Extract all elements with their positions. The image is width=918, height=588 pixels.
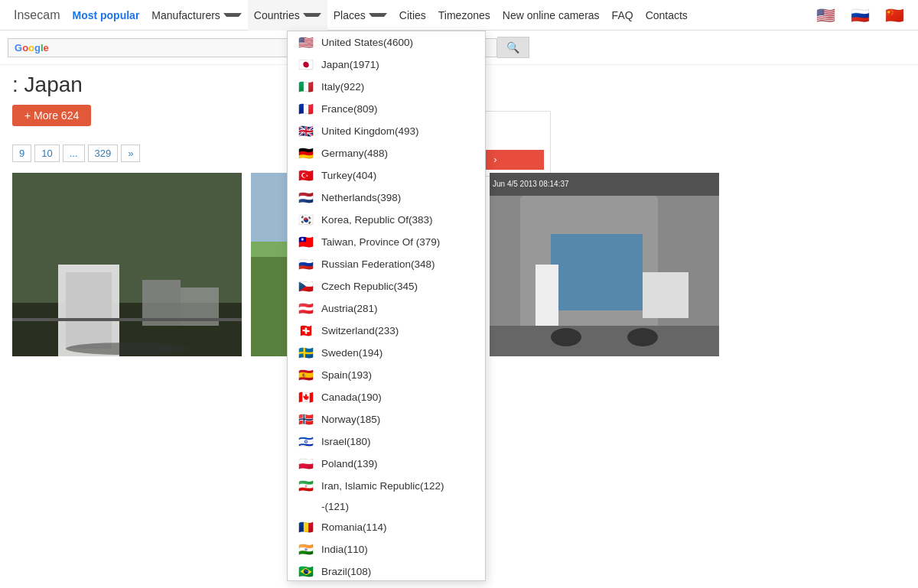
country-label: Taiwan, Province Of (379) (321, 236, 440, 248)
country-item[interactable]: 🇯🇵Japan(1971) (288, 54, 485, 76)
countries-dropdown: 🇺🇸United States(4600)🇯🇵Japan(1971)🇮🇹Ital… (287, 31, 486, 364)
country-item[interactable]: 🇫🇷France(809) (288, 98, 485, 120)
country-item[interactable]: 🇺🇸United States(4600) (288, 31, 485, 54)
country-flag-icon: 🇩🇪 (298, 146, 315, 161)
language-flags: 🇺🇸 🇷🇺 🇨🇳 (810, 0, 910, 31)
nav-cities[interactable]: Cities (393, 0, 432, 31)
svg-rect-17 (536, 265, 558, 326)
country-item[interactable]: 🇹🇷Turkey(404) (288, 164, 485, 187)
navbar: Insecam Most popular Manufacturers Count… (0, 0, 918, 31)
nav-manufacturers[interactable]: Manufacturers (145, 0, 247, 31)
flag-ru[interactable]: 🇷🇺 (845, 0, 876, 31)
svg-rect-6 (12, 318, 242, 321)
nav-brand[interactable]: Insecam (8, 0, 66, 31)
country-label: United States(4600) (321, 37, 413, 48)
country-label: Austria(281) (321, 303, 378, 314)
country-flag-icon: 🇹🇷 (298, 168, 315, 183)
country-flag-icon: 🇫🇷 (298, 102, 315, 116)
nav-faq[interactable]: FAQ (606, 0, 640, 31)
more-button[interactable]: + More 624 (12, 105, 91, 126)
country-flag-icon: 🇸🇪 (298, 346, 315, 360)
camera-thumb-3[interactable]: Jun 4/5 2013 08:14:37 (490, 173, 719, 356)
country-flag-icon: 🇰🇷 (298, 213, 315, 227)
svg-point-21 (627, 328, 658, 346)
country-label: Russian Federation(348) (321, 258, 435, 270)
country-label: Czech Republic(345) (321, 281, 418, 292)
country-item[interactable]: 🇰🇷Korea, Republic Of(383) (288, 209, 485, 231)
svg-point-20 (551, 328, 581, 346)
country-flag-icon: 🇦🇹 (298, 301, 315, 316)
svg-rect-3 (66, 272, 112, 349)
countries-caret (303, 13, 321, 17)
nav-most-popular[interactable]: Most popular (66, 0, 145, 31)
country-item[interactable]: 🇷🇺Russian Federation(348) (288, 253, 485, 275)
svg-point-7 (66, 343, 188, 355)
manufacturers-caret (223, 13, 242, 17)
google-logo: Google (15, 42, 49, 54)
search-button[interactable]: 🔍 (497, 37, 529, 58)
country-item[interactable]: 🇨🇭Switzerland(233) (288, 320, 485, 342)
country-item[interactable]: 🇨🇿Czech Republic(345) (288, 275, 485, 297)
country-flag-icon: 🇯🇵 (298, 57, 315, 72)
country-flag-icon: 🇮🇹 (298, 80, 315, 94)
country-flag-icon: 🇹🇼 (298, 235, 315, 249)
nav-places[interactable]: Places (327, 0, 393, 31)
svg-rect-19 (490, 326, 719, 356)
country-item[interactable]: 🇸🇪Sweden(194) (288, 342, 485, 364)
places-caret (369, 13, 387, 17)
country-label: Italy(922) (321, 81, 364, 93)
country-flag-icon: 🇺🇸 (298, 35, 315, 50)
page-9[interactable]: 9 (12, 145, 31, 162)
camera-thumb-1[interactable] (12, 173, 242, 356)
country-label: Sweden(194) (321, 347, 382, 359)
cam-timestamp: Jun 4/5 2013 08:14:37 (493, 180, 569, 188)
country-flag-icon: 🇬🇧 (298, 124, 315, 138)
country-item[interactable]: 🇮🇹Italy(922) (288, 76, 485, 98)
country-label: United Kingdom(493) (321, 125, 419, 137)
page-next[interactable]: » (121, 145, 140, 162)
country-flag-icon: 🇨🇭 (298, 323, 315, 338)
nav-new-cameras[interactable]: New online cameras (496, 0, 606, 31)
page-ellipsis: ... (63, 145, 85, 162)
country-label: Germany(488) (321, 148, 388, 159)
country-label: Turkey(404) (321, 170, 376, 181)
country-item[interactable]: 🇳🇱Netherlands(398) (288, 187, 485, 209)
svg-rect-18 (643, 272, 688, 318)
country-label: France(809) (321, 103, 378, 115)
country-item[interactable]: 🇦🇹Austria(281) (288, 297, 485, 320)
camera-image-1 (12, 173, 242, 356)
nav-countries[interactable]: Countries (248, 0, 327, 31)
svg-rect-16 (551, 234, 643, 310)
country-item[interactable]: 🇹🇼Taiwan, Province Of (379) (288, 231, 485, 253)
country-label: Netherlands(398) (321, 192, 401, 203)
page-10[interactable]: 10 (34, 145, 59, 162)
nav-contacts[interactable]: Contacts (640, 0, 694, 31)
country-flag-icon: 🇨🇿 (298, 279, 315, 294)
country-item[interactable]: 🇬🇧United Kingdom(493) (288, 120, 485, 142)
flag-us[interactable]: 🇺🇸 (810, 0, 842, 31)
country-label: Japan(1971) (321, 59, 379, 70)
country-label: Switzerland(233) (321, 325, 399, 336)
country-flag-icon: 🇳🇱 (298, 190, 315, 205)
country-item[interactable]: 🇩🇪Germany(488) (288, 142, 485, 164)
flag-cn[interactable]: 🇨🇳 (879, 0, 910, 31)
nav-timezones[interactable]: Timezones (432, 0, 496, 31)
country-label: Korea, Republic Of(383) (321, 214, 433, 226)
camera-image-3: Jun 4/5 2013 08:14:37 (490, 173, 719, 356)
country-flag-icon: 🇷🇺 (298, 257, 315, 271)
page-329[interactable]: 329 (88, 145, 119, 162)
